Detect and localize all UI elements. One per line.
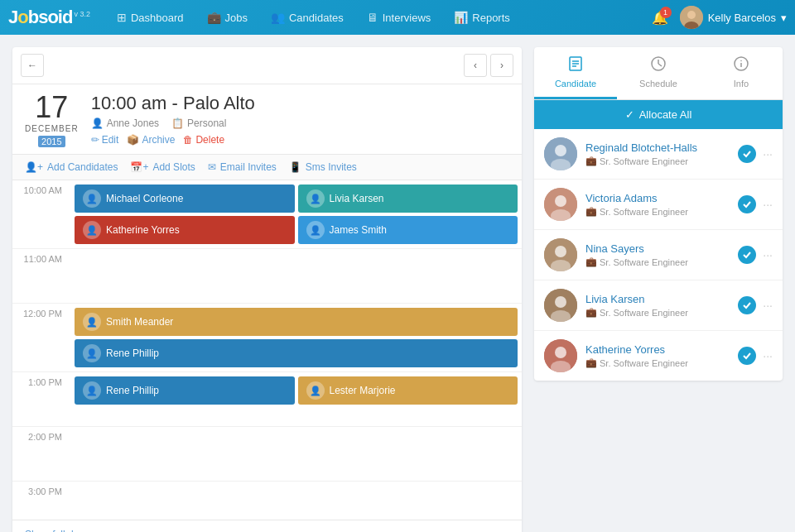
briefcase-icon: 💼: [585, 206, 597, 217]
event-organizer: 👤 Anne Jones: [91, 117, 159, 129]
candidate-more-button[interactable]: ···: [763, 248, 773, 261]
briefcase-icon: 💼: [585, 256, 597, 267]
time-row: 1:00 PM👤Rene Phillip👤Lester Marjorie: [12, 372, 522, 427]
candidate-list: ✓ Allocate All Reginald Blotchet-Halls💼 …: [534, 100, 783, 381]
candidate-name[interactable]: Livia Karsen: [585, 293, 730, 305]
slot-name: Rene Phillip: [106, 385, 159, 396]
user-name: Kelly Barcelos: [708, 12, 776, 24]
user-menu-button[interactable]: Kelly Barcelos ▾: [680, 6, 787, 29]
event-actions: ✏ Edit 📦 Archive 🗑 Delete: [91, 134, 509, 146]
next-button[interactable]: ›: [490, 54, 513, 77]
candidate-more-button[interactable]: ···: [763, 147, 773, 161]
candidate-item: Nina Sayers💼 Sr. Software Engineer···: [534, 230, 783, 280]
candidate-name[interactable]: Nina Sayers: [585, 242, 730, 255]
allocate-all-button[interactable]: ✓ Allocate All: [534, 100, 783, 129]
candidate-avatar: [544, 289, 577, 322]
sms-invites-button[interactable]: 📱 Sms Invites: [289, 161, 357, 173]
slot-entry[interactable]: 👤Smith Meander: [75, 308, 518, 336]
briefcase-icon: 💼: [585, 357, 597, 368]
time-slots: [70, 427, 522, 481]
nav-interviews[interactable]: 🖥 Interviews: [357, 6, 441, 29]
slot-entry[interactable]: 👤Rene Phillip: [75, 376, 295, 405]
slot-entry[interactable]: 👤Lester Marjorie: [298, 376, 518, 405]
candidate-name[interactable]: Victoria Adams: [585, 192, 730, 204]
candidate-actions: ···: [738, 347, 773, 365]
time-row: 2:00 PM: [12, 427, 522, 482]
calendar-icon: 📋: [171, 117, 184, 129]
time-label: 10:00 AM: [12, 180, 70, 248]
schedule-grid[interactable]: 10:00 AM👤Michael Corleone👤Livia Karsen👤K…: [12, 180, 522, 520]
slot-avatar: 👤: [83, 344, 101, 362]
candidate-check-button[interactable]: [738, 145, 756, 163]
slot-avatar: 👤: [83, 189, 101, 208]
notification-badge: 1: [660, 7, 672, 18]
tab-info[interactable]: Info: [700, 47, 783, 99]
edit-icon: ✏: [91, 134, 99, 146]
candidate-info: Nina Sayers💼 Sr. Software Engineer: [585, 242, 730, 267]
candidate-actions: ···: [738, 195, 773, 213]
candidate-avatar: [544, 137, 577, 170]
prev-button[interactable]: ‹: [464, 54, 487, 77]
sms-icon: 📱: [289, 161, 301, 173]
slot-avatar: 👤: [306, 189, 325, 208]
nav-reports[interactable]: 📊 Reports: [444, 6, 520, 29]
add-candidates-button[interactable]: 👤+ Add Candidates: [25, 161, 118, 173]
candidate-check-button[interactable]: [738, 296, 756, 314]
info-tab-label: Info: [734, 79, 749, 89]
time-row: 11:00 AM: [12, 249, 522, 304]
slot-name: Katherine Yorres: [106, 224, 180, 236]
candidate-name[interactable]: Katherine Yorres: [585, 343, 730, 356]
time-slots: 👤Smith Meander👤Rene Phillip: [70, 304, 522, 371]
svg-line-9: [658, 64, 662, 66]
nav-candidates[interactable]: 👥 Candidates: [261, 6, 354, 29]
slot-entry[interactable]: 👤Rene Phillip: [75, 339, 518, 367]
candidate-more-button[interactable]: ···: [763, 198, 773, 211]
svg-point-26: [555, 347, 566, 358]
slot-entry[interactable]: 👤Katherine Yorres: [75, 216, 295, 244]
time-row: 10:00 AM👤Michael Corleone👤Livia Karsen👤K…: [12, 180, 522, 249]
candidate-role: 💼 Sr. Software Engineer: [585, 206, 730, 217]
back-button[interactable]: ←: [21, 54, 44, 77]
archive-link[interactable]: 📦 Archive: [127, 134, 175, 146]
event-date-year: 2015: [38, 136, 65, 147]
slot-entry[interactable]: 👤James Smith: [298, 216, 518, 244]
event-details: 10:00 am - Palo Alto 👤 Anne Jones 📋 Pers…: [91, 93, 509, 146]
nav-dashboard[interactable]: ⊞ Dashboard: [107, 6, 194, 29]
event-header: 17 DECEMBER 2015 10:00 am - Palo Alto 👤 …: [12, 84, 522, 155]
candidate-check-button[interactable]: [738, 347, 756, 365]
candidate-more-button[interactable]: ···: [763, 299, 773, 312]
notification-button[interactable]: 🔔 1: [648, 7, 672, 29]
add-slots-button[interactable]: 📅+ Add Slots: [130, 161, 195, 173]
slot-name: Smith Meander: [106, 316, 173, 328]
slot-entry[interactable]: 👤Livia Karsen: [298, 185, 518, 213]
tab-header: Candidate Schedule Info: [534, 47, 783, 100]
show-full-day-link[interactable]: Show full day: [12, 520, 522, 532]
tab-schedule[interactable]: Schedule: [617, 47, 700, 99]
briefcase-icon: 💼: [585, 307, 597, 318]
slot-entry[interactable]: 👤Michael Corleone: [75, 185, 295, 213]
candidate-role: 💼 Sr. Software Engineer: [585, 307, 730, 318]
candidate-more-button[interactable]: ···: [763, 349, 773, 362]
candidate-role: 💼 Sr. Software Engineer: [585, 256, 730, 267]
schedule-tab-icon: [650, 55, 667, 76]
event-meta: 👤 Anne Jones 📋 Personal: [91, 117, 509, 129]
candidate-check-button[interactable]: [738, 195, 756, 213]
candidates-container: Reginald Blotchet-Halls💼 Sr. Software En…: [534, 129, 783, 381]
time-slots: 👤Rene Phillip👤Lester Marjorie: [70, 372, 522, 426]
delete-link[interactable]: 🗑 Delete: [183, 134, 224, 146]
edit-link[interactable]: ✏ Edit: [91, 134, 119, 146]
nav-jobs[interactable]: 💼 Jobs: [197, 6, 258, 29]
time-label: 1:00 PM: [12, 372, 70, 426]
candidate-name[interactable]: Reginald Blotchet-Halls: [585, 141, 730, 154]
candidate-check-button[interactable]: [738, 246, 756, 264]
dashboard-icon: ⊞: [117, 11, 127, 24]
candidate-avatar: [544, 188, 577, 221]
svg-point-1: [687, 11, 696, 19]
nav-items: ⊞ Dashboard 💼 Jobs 👥 Candidates 🖥 Interv…: [107, 6, 648, 29]
candidate-item: Victoria Adams💼 Sr. Software Engineer···: [534, 180, 783, 230]
chevron-down-icon: ▾: [781, 12, 787, 24]
event-date-box: 17 DECEMBER 2015: [25, 93, 79, 147]
tab-candidate[interactable]: Candidate: [534, 47, 617, 99]
email-invites-button[interactable]: ✉ Email Invites: [208, 161, 277, 173]
svg-point-14: [555, 145, 566, 156]
